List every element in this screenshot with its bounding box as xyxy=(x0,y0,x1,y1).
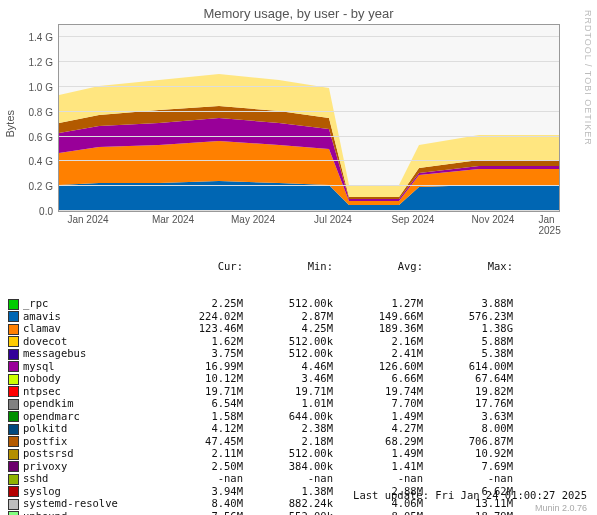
avg-value: 2.41M xyxy=(333,347,423,359)
avg-value: 1.27M xyxy=(333,297,423,309)
color-swatch xyxy=(8,349,19,360)
min-value: 882.24k xyxy=(243,497,333,509)
max-value: 1.38G xyxy=(423,322,513,334)
color-swatch xyxy=(8,324,19,335)
y-tick: 0.4 G xyxy=(13,156,53,167)
legend-row: postfix47.45M2.18M68.29M706.87M xyxy=(8,435,513,448)
series-name: messagebus xyxy=(23,347,153,359)
cur-value: 3.75M xyxy=(153,347,243,359)
x-tick: Jan 2024 xyxy=(67,214,108,225)
x-tick: May 2024 xyxy=(231,214,275,225)
color-swatch xyxy=(8,361,19,372)
cur-value: 8.40M xyxy=(153,497,243,509)
min-value: 3.46M xyxy=(243,372,333,384)
min-value: 644.00k xyxy=(243,410,333,422)
color-swatch xyxy=(8,374,19,385)
min-value: 19.71M xyxy=(243,385,333,397)
max-value: 7.69M xyxy=(423,460,513,472)
y-tick: 0.6 G xyxy=(13,132,53,143)
series-name: opendmarc xyxy=(23,410,153,422)
max-value: 18.79M xyxy=(423,510,513,515)
x-tick: Sep 2024 xyxy=(392,214,435,225)
munin-graph: Memory usage, by user - by year RRDTOOL … xyxy=(0,0,597,515)
max-value: 67.64M xyxy=(423,372,513,384)
min-value: 552.00k xyxy=(243,510,333,515)
color-swatch xyxy=(8,461,19,472)
avg-value: 2.16M xyxy=(333,335,423,347)
avg-value: 1.49M xyxy=(333,410,423,422)
legend-table: Cur:Min:Avg:Max: _rpc2.25M512.00k1.27M3.… xyxy=(8,236,513,515)
avg-value: -nan xyxy=(333,472,423,484)
series-name: privoxy xyxy=(23,460,153,472)
y-tick: 1.4 G xyxy=(13,32,53,43)
y-tick: 0.2 G xyxy=(13,181,53,192)
x-tick: Jan 2025 xyxy=(539,214,578,236)
cur-value: 2.50M xyxy=(153,460,243,472)
legend-row: nobody10.12M3.46M6.66M67.64M xyxy=(8,372,513,385)
legend-row: mysql16.99M4.46M126.60M614.00M xyxy=(8,360,513,373)
cur-value: 19.71M xyxy=(153,385,243,397)
color-swatch xyxy=(8,399,19,410)
legend-row: dovecot1.62M512.00k2.16M5.88M xyxy=(8,335,513,348)
min-value: 2.38M xyxy=(243,422,333,434)
cur-value: 1.62M xyxy=(153,335,243,347)
max-value: 19.82M xyxy=(423,385,513,397)
x-tick: Mar 2024 xyxy=(152,214,194,225)
y-tick: 0.8 G xyxy=(13,107,53,118)
series-name: dovecot xyxy=(23,335,153,347)
cur-value: 6.54M xyxy=(153,397,243,409)
color-swatch xyxy=(8,336,19,347)
legend-row: polkitd4.12M2.38M4.27M8.00M xyxy=(8,422,513,435)
color-swatch xyxy=(8,436,19,447)
chart-plot-area xyxy=(58,24,560,212)
series-name: _rpc xyxy=(23,297,153,309)
stacked-area-svg xyxy=(59,25,559,211)
min-value: 1.01M xyxy=(243,397,333,409)
max-value: 17.76M xyxy=(423,397,513,409)
series-name: systemd-resolve xyxy=(23,497,153,509)
legend-header: Cur:Min:Avg:Max: xyxy=(8,260,513,272)
max-value: 5.38M xyxy=(423,347,513,359)
color-swatch xyxy=(8,311,19,322)
chart-title: Memory usage, by user - by year xyxy=(0,0,597,23)
cur-value: 47.45M xyxy=(153,435,243,447)
min-value: 4.25M xyxy=(243,322,333,334)
series-name: sshd xyxy=(23,472,153,484)
cur-value: 16.99M xyxy=(153,360,243,372)
legend-row: clamav123.46M4.25M189.36M1.38G xyxy=(8,322,513,335)
min-value: 4.46M xyxy=(243,360,333,372)
min-value: 512.00k xyxy=(243,447,333,459)
legend-row: ntpsec19.71M19.71M19.74M19.82M xyxy=(8,385,513,398)
max-value: 576.23M xyxy=(423,310,513,322)
min-value: 1.38M xyxy=(243,485,333,497)
color-swatch xyxy=(8,499,19,510)
munin-version: Munin 2.0.76 xyxy=(535,503,587,513)
legend-row: unbound7.56M552.00k8.05M18.79M xyxy=(8,510,513,515)
series-name: mysql xyxy=(23,360,153,372)
max-value: 706.87M xyxy=(423,435,513,447)
cur-value: 2.25M xyxy=(153,297,243,309)
min-value: -nan xyxy=(243,472,333,484)
cur-value: 224.02M xyxy=(153,310,243,322)
max-value: 3.63M xyxy=(423,410,513,422)
legend-row: messagebus3.75M512.00k2.41M5.38M xyxy=(8,347,513,360)
cur-value: 2.11M xyxy=(153,447,243,459)
min-value: 384.00k xyxy=(243,460,333,472)
legend-row: postsrsd2.11M512.00k1.49M10.92M xyxy=(8,447,513,460)
min-value: 2.18M xyxy=(243,435,333,447)
max-value: 5.88M xyxy=(423,335,513,347)
min-value: 2.87M xyxy=(243,310,333,322)
rrdtool-watermark: RRDTOOL / TOBI OETIKER xyxy=(583,10,593,146)
series-name: postfix xyxy=(23,435,153,447)
min-value: 512.00k xyxy=(243,335,333,347)
cur-value: 10.12M xyxy=(153,372,243,384)
avg-value: 68.29M xyxy=(333,435,423,447)
series-name: opendkim xyxy=(23,397,153,409)
series-name: nobody xyxy=(23,372,153,384)
series-name: postsrsd xyxy=(23,447,153,459)
cur-value: 1.58M xyxy=(153,410,243,422)
color-swatch xyxy=(8,411,19,422)
color-swatch xyxy=(8,386,19,397)
legend-row: sshd-nan-nan-nan-nan xyxy=(8,472,513,485)
legend-row: amavis224.02M2.87M149.66M576.23M xyxy=(8,310,513,323)
